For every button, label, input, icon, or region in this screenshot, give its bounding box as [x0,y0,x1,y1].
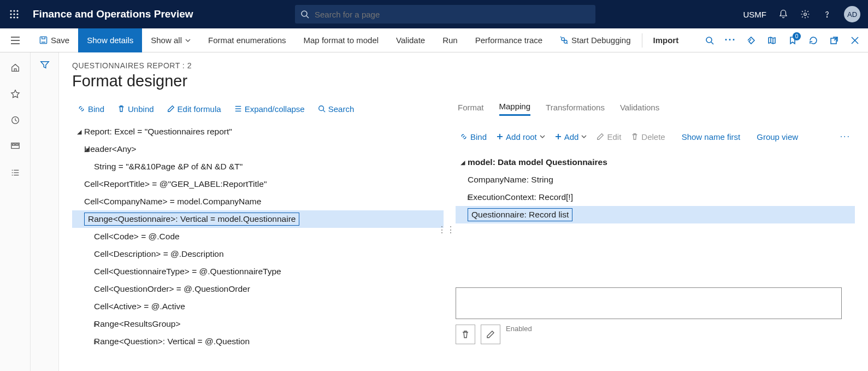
start-debugging-button[interactable]: Start Debugging [551,28,639,52]
home-icon[interactable] [5,58,25,78]
unbind-button[interactable]: Unbind [112,102,160,116]
bell-icon[interactable] [778,9,788,19]
tree-label: ExecutionContext: Record[!] [468,192,573,202]
search-action-icon[interactable] [700,28,719,52]
waffle-menu-icon[interactable] [0,10,28,19]
user-avatar[interactable]: AD [844,6,860,22]
format-enumerations-button[interactable]: Format enumerations [199,28,295,52]
more-icon[interactable]: ··· [836,132,855,142]
app-title: Finance and Operations Preview [33,8,193,20]
global-search[interactable] [295,5,595,23]
show-name-first-button[interactable]: Show name first [677,130,745,144]
edit-label: Edit [607,132,621,142]
map-icon[interactable] [762,28,782,52]
tree-node[interactable]: ◢model: Data model Questionnaires [456,154,855,171]
delete-button: Delete [627,130,669,144]
trash-icon [631,133,639,140]
tree-node[interactable]: Cell<QuestionOrder> = @.QuestionOrder [72,280,444,298]
tree-node[interactable]: Cell<Active> = @.Active [72,298,444,315]
bind-label: Bind [470,132,487,142]
performance-trace-button[interactable]: Performance trace [467,28,551,52]
show-details-button[interactable]: Show details [78,28,142,52]
refresh-icon[interactable] [804,28,823,52]
tree-label: model: Data model Questionnaires [468,157,607,167]
tree-node[interactable]: Cell<ReportTitle> = @"GER_LABEL:ReportTi… [72,175,444,193]
bookmark-icon[interactable]: 0 [783,28,802,52]
help-icon[interactable] [822,9,832,19]
tree-label: Cell<CompanyName> = model.CompanyName [84,197,261,207]
hamburger-icon[interactable] [0,28,31,52]
close-icon[interactable] [845,28,865,52]
tree-node[interactable]: ▷Range<Question>: Vertical = @.Question [72,333,444,350]
tab-validations[interactable]: Validations [620,103,659,115]
formula-input[interactable] [456,287,842,319]
workspace-icon[interactable] [5,137,25,156]
plus-icon [497,133,503,140]
chevron-down-icon [581,135,587,138]
edit-formula-square-button[interactable] [481,325,500,344]
svg-point-5 [16,13,18,15]
attachment-icon[interactable] [741,28,761,52]
tree-label: Report: Excel = "Questionnaires report" [84,127,232,137]
map-format-button[interactable]: Map format to model [295,28,388,52]
tree-search-button[interactable]: Search [312,102,360,116]
bind-button[interactable]: Bind [72,102,110,116]
svg-point-2 [16,10,18,11]
funnel-icon[interactable] [40,60,50,371]
tab-transformations[interactable]: Transformations [546,103,605,115]
tree-node[interactable]: Cell<QuestionnaireType> = @.Questionnair… [72,263,444,280]
link-icon [78,105,85,113]
validate-button[interactable]: Validate [387,28,434,52]
save-button[interactable]: Save [31,28,78,52]
edit-formula-button[interactable]: Edit formula [162,102,227,116]
more-actions-icon[interactable]: ··· [721,28,740,52]
mapping-bind-button[interactable]: Bind [456,130,491,144]
tree-label: Cell<QuestionnaireType> = @.Questionnair… [94,267,281,276]
tree-node[interactable]: CompanyName: String [456,171,855,189]
tree-node[interactable]: ◢Report: Excel = "Questionnaires report" [72,123,444,140]
chevron-down-icon [185,39,191,42]
search-icon [300,10,309,19]
breadcrumb: QUESTIONNAIRES REPORT : 2 [72,61,855,70]
svg-point-9 [302,11,307,16]
star-icon[interactable] [5,84,25,104]
add-root-button[interactable]: Add root [492,130,550,144]
open-window-icon[interactable] [824,28,844,52]
tree-node[interactable]: String = "&R&10Page &P of &N &D &T" [72,158,444,175]
edit-button: Edit [592,130,625,144]
page-title: Format designer [72,72,855,90]
tree-label: Cell<Code> = @.Code [94,232,180,242]
svg-rect-27 [15,144,18,146]
tree-node[interactable]: Cell<Code> = @.Code [72,228,444,245]
expand-collapse-button[interactable]: Expand/collapse [229,102,310,116]
tree-label: Questionnaire: Record list [468,208,572,221]
add-button[interactable]: Add [551,130,592,144]
tree-label: Cell<QuestionOrder> = @.QuestionOrder [94,284,250,294]
tree-node[interactable]: Cell<CompanyName> = model.CompanyName [72,193,444,210]
tree-node-selected[interactable]: ▷Questionnaire: Record list [456,206,855,223]
svg-point-3 [10,13,11,15]
tree-node-selected[interactable]: ◢Range<Questionnaire>: Vertical = model.… [72,210,444,228]
tab-format[interactable]: Format [458,103,484,115]
bind-label: Bind [88,104,104,114]
group-view-button[interactable]: Group view [752,130,802,144]
tree-label: Range<ResultsGroup> [94,319,181,329]
svg-line-20 [711,42,713,44]
tree-node[interactable]: ◢Header<Any> [72,140,444,158]
tree-node[interactable]: ▷ExecutionContext: Record[!] [456,189,855,206]
import-button[interactable]: Import [645,28,688,52]
tree-label: Cell<Active> = @.Active [94,302,185,311]
company-code[interactable]: USMF [743,10,767,19]
run-button[interactable]: Run [434,28,467,52]
save-icon [39,36,48,44]
tree-node[interactable]: ▷Range<ResultsGroup> [72,315,444,333]
tab-mapping[interactable]: Mapping [499,102,531,116]
splitter[interactable]: ⋮⋮ [444,99,449,365]
show-all-button[interactable]: Show all [142,28,199,52]
clock-icon[interactable] [5,110,25,130]
modules-icon[interactable] [5,163,25,182]
gear-icon[interactable] [800,9,810,19]
delete-formula-button[interactable] [456,325,475,344]
tree-node[interactable]: Cell<Description> = @.Description [72,245,444,263]
global-search-input[interactable] [315,10,590,19]
